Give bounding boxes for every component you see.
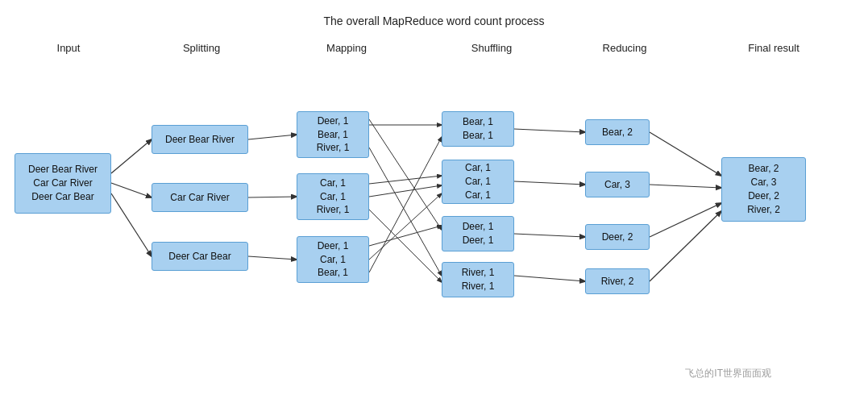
stage-label-mapping: Mapping [298, 42, 395, 54]
box-map2: Car, 1 Car, 1 River, 1 [297, 173, 369, 220]
watermark: 飞总的IT世界面面观 [685, 367, 771, 380]
box-red1: Bear, 2 [585, 119, 650, 145]
svg-line-11 [369, 210, 442, 282]
stage-label-splitting: Splitting [149, 42, 254, 54]
svg-line-0 [111, 139, 152, 173]
svg-line-2 [111, 193, 152, 256]
stage-label-shuffling: Shuffling [443, 42, 540, 54]
box-shuf2: Car, 1 Car, 1 Car, 1 [442, 160, 514, 204]
svg-line-19 [650, 132, 721, 176]
box-input1: Deer Bear River Car Car River Deer Car B… [15, 153, 111, 214]
svg-line-7 [369, 119, 442, 230]
stage-label-final: Final result [725, 42, 822, 54]
box-shuf4: River, 1 River, 1 [442, 262, 514, 297]
box-split3: Deer Car Bear [152, 242, 248, 271]
svg-line-4 [248, 197, 297, 197]
box-shuf1: Bear, 1 Bear, 1 [442, 111, 514, 147]
box-shuf3: Deer, 1 Deer, 1 [442, 216, 514, 251]
box-red3: Deer, 2 [585, 224, 650, 250]
box-map1: Deer, 1 Bear, 1 River, 1 [297, 111, 369, 158]
svg-line-12 [369, 226, 442, 246]
svg-line-20 [650, 185, 721, 188]
svg-line-14 [369, 137, 442, 272]
box-split1: Deer Bear River [152, 125, 248, 154]
svg-line-18 [514, 276, 585, 281]
svg-line-1 [111, 183, 152, 197]
box-red4: River, 2 [585, 268, 650, 294]
box-map3: Deer, 1 Car, 1 Bear, 1 [297, 236, 369, 283]
svg-line-22 [650, 211, 721, 281]
stage-label-input: Input [24, 42, 113, 54]
svg-line-17 [514, 234, 585, 237]
stage-label-reducing: Reducing [580, 42, 669, 54]
svg-line-10 [369, 185, 442, 197]
diagram-title: The overall MapReduce word count process [0, 0, 868, 27]
svg-line-15 [514, 129, 585, 132]
box-split2: Car Car River [152, 183, 248, 212]
diagram-container: The overall MapReduce word count process… [0, 0, 868, 403]
box-final1: Bear, 2 Car, 3 Deer, 2 River, 2 [721, 157, 806, 222]
svg-line-9 [369, 176, 442, 184]
svg-line-13 [369, 193, 442, 260]
svg-line-8 [369, 147, 442, 276]
svg-line-3 [248, 135, 297, 139]
svg-line-5 [248, 256, 297, 260]
svg-line-21 [650, 203, 721, 237]
box-red2: Car, 3 [585, 172, 650, 197]
svg-line-16 [514, 181, 585, 185]
